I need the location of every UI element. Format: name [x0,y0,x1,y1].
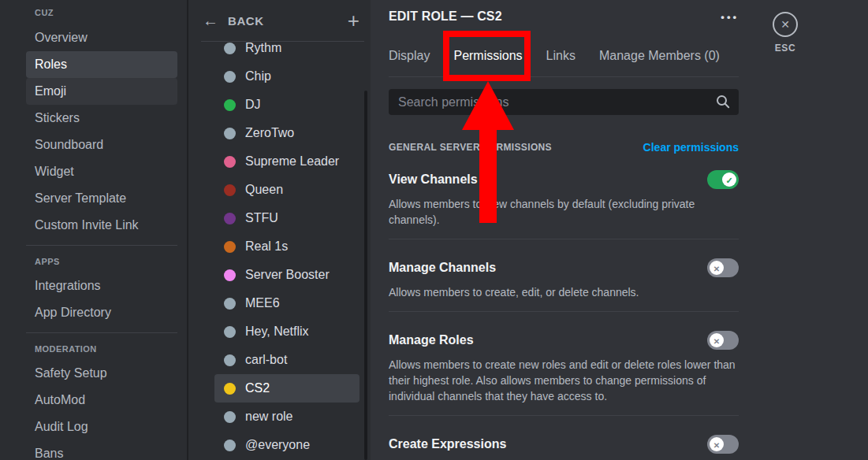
role-list-item[interactable]: Hey, Netflix [214,317,359,346]
search-bar [389,89,739,115]
tabs-divider [389,76,739,77]
roles-panel-header: ← BACK + [188,0,371,41]
role-color-dot [224,99,236,111]
role-list-item[interactable]: ZeroTwo [214,119,359,147]
role-color-dot [224,241,236,253]
permission-description: Allows members to create, edit, or delet… [389,284,739,300]
role-list-item[interactable]: Server Booster [214,261,359,289]
role-list-item[interactable]: Real 1s [214,232,359,261]
sidebar-item[interactable]: App Directory [26,299,177,326]
permission-toggle[interactable]: ✓ ✕ [707,331,739,350]
more-options-icon[interactable]: ••• [721,11,739,23]
divider [389,415,739,416]
sidebar-item[interactable]: Overview [26,24,177,51]
x-icon: ✕ [713,337,720,346]
role-color-dot [224,213,236,224]
role-name: new role [245,410,292,424]
sidebar-item[interactable]: Stickers [26,105,177,132]
roles-panel: ← BACK + Rythm Chip DJ [188,0,371,460]
role-name: Server Booster [245,268,330,282]
role-list-item[interactable]: Rythm [214,42,359,62]
add-role-icon[interactable]: + [348,10,359,31]
role-color-dot [224,354,236,366]
role-color-dot [224,269,236,281]
close-icon[interactable]: ✕ [773,12,798,37]
search-icon [716,95,730,109]
back-button[interactable]: BACK [228,14,264,28]
sidebar-section-header: APPS [35,257,177,268]
role-color-dot [224,71,236,83]
sidebar-item[interactable]: Custom Invite Link [26,212,177,239]
toggle-knob: ✓ ✕ [710,333,724,347]
x-icon: ✕ [713,441,720,450]
role-color-dot [224,326,236,338]
role-color-dot [224,184,236,196]
role-name: @everyone [245,438,310,452]
back-arrow-icon[interactable]: ← [203,12,218,30]
toggle-knob: ✓ ✕ [710,261,724,275]
role-color-dot [224,298,236,310]
settings-sidebar: CUZ Overview Roles Emoji Stickers Soundb… [0,0,187,460]
role-name: DJ [245,98,261,112]
role-name: Queen [245,183,283,197]
permission-name: Manage Roles [389,333,474,347]
tab[interactable]: Permissions [453,47,522,65]
clear-permissions-link[interactable]: Clear permissions [643,141,739,154]
permission-row: Create Expressions ✓ ✕ Allows members to… [389,435,739,460]
roles-list: Rythm Chip DJ ZeroTwo [188,42,371,459]
divider [389,239,739,239]
role-color-dot [224,440,236,451]
sidebar-item[interactable]: Server Template [26,185,177,212]
role-list-item[interactable]: carl-bot [214,346,359,374]
role-list-item[interactable]: MEE6 [214,289,359,317]
tab[interactable]: Links [546,47,576,65]
scrollbar[interactable] [364,91,367,460]
permission-row: View Channels ✓ ✕ Allows members to view… [389,170,739,239]
role-list-item[interactable]: @everyone [214,431,359,459]
tab[interactable]: Manage Members (0) [599,47,720,65]
role-name: carl-bot [245,353,287,367]
permission-toggle[interactable]: ✓ ✕ [707,435,739,454]
tab-bar: Display Permissions Links Manage Members… [389,47,720,65]
sidebar-item[interactable]: AutoMod [26,387,177,414]
role-list-item[interactable]: Queen [214,176,359,204]
tab[interactable]: Display [389,47,430,65]
sidebar-item[interactable]: Soundboard [26,132,177,158]
sidebar-item[interactable]: Bans [26,440,177,460]
sidebar-divider [26,332,177,333]
role-name: Hey, Netflix [245,325,309,339]
role-list-item[interactable]: STFU [214,204,359,232]
role-list-item[interactable]: DJ [214,91,359,119]
permissions-section-header: GENERAL SERVER PERMISSIONS [389,142,552,153]
sidebar-item[interactable]: Emoji [26,78,177,105]
sidebar-group-server: Overview Roles Emoji Stickers Soundboard… [0,24,187,239]
page-title: EDIT ROLE — CS2 [389,9,502,24]
role-name: CS2 [245,381,270,395]
permission-toggle[interactable]: ✓ ✕ [707,170,739,189]
sidebar-item[interactable]: Roles [26,51,177,78]
sidebar-item[interactable]: Widget [26,158,177,185]
sidebar-item[interactable]: Safety Setup [26,360,177,387]
permission-description: Allows members to view channels by defau… [389,196,739,228]
role-list-item[interactable]: new role [214,402,359,431]
permission-toggle[interactable]: ✓ ✕ [707,258,739,277]
permission-name: View Channels [389,172,478,187]
role-color-dot [224,156,236,168]
role-name: Supreme Leader [245,154,339,169]
role-name: Chip [245,69,271,83]
sidebar-divider [26,245,177,246]
search-input[interactable] [389,89,739,115]
server-name-label: CUZ [35,8,177,17]
close-button[interactable]: ✕ ESC [773,12,798,54]
role-color-dot [224,411,236,423]
role-list-item[interactable]: CS2 [214,374,359,402]
role-list-item[interactable]: Supreme Leader [214,147,359,176]
permission-name: Create Expressions [389,437,506,451]
permission-row: Manage Roles ✓ ✕ Allows members to creat… [389,331,739,416]
permission-row: Manage Channels ✓ ✕ Allows members to cr… [389,258,739,312]
role-list-item[interactable]: Chip [214,62,359,91]
check-icon: ✓ [725,176,732,185]
sidebar-item[interactable]: Audit Log [26,414,177,440]
permission-name: Manage Channels [389,261,496,275]
sidebar-item[interactable]: Integrations [26,273,177,299]
